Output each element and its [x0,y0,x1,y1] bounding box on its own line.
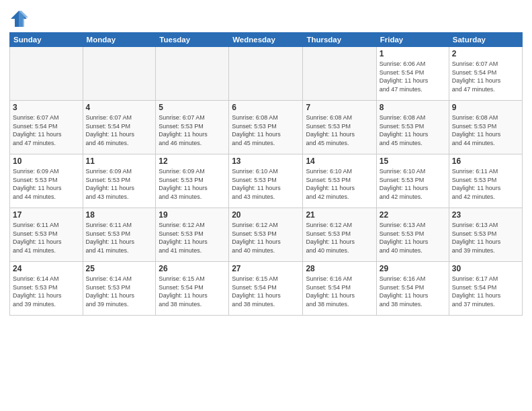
day-number: 16 [452,156,519,166]
calendar-cell: 29Sunrise: 6:16 AM Sunset: 5:54 PM Dayli… [376,262,449,316]
calendar-cell: 25Sunrise: 6:14 AM Sunset: 5:53 PM Dayli… [83,262,156,316]
day-number: 6 [232,103,300,112]
calendar-cell: 27Sunrise: 6:15 AM Sunset: 5:54 PM Dayli… [229,262,303,316]
day-info: Sunrise: 6:15 AM Sunset: 5:54 PM Dayligh… [232,275,300,308]
calendar-cell: 28Sunrise: 6:16 AM Sunset: 5:54 PM Dayli… [303,262,376,316]
day-number: 1 [380,49,446,58]
weekday-header: Tuesday [156,33,229,47]
day-number: 18 [86,210,153,220]
day-info: Sunrise: 6:10 AM Sunset: 5:53 PM Dayligh… [232,167,300,201]
day-info: Sunrise: 6:11 AM Sunset: 5:53 PM Dayligh… [452,167,519,201]
calendar-cell: 20Sunrise: 6:12 AM Sunset: 5:53 PM Dayli… [229,208,303,262]
weekday-header: Sunday [10,33,83,47]
calendar-cell: 7Sunrise: 6:08 AM Sunset: 5:53 PM Daylig… [303,101,376,154]
day-info: Sunrise: 6:14 AM Sunset: 5:53 PM Dayligh… [86,275,153,308]
calendar-cell [156,47,229,101]
day-info: Sunrise: 6:09 AM Sunset: 5:53 PM Dayligh… [159,167,226,201]
page: SundayMondayTuesdayWednesdayThursdayFrid… [0,0,532,411]
day-info: Sunrise: 6:10 AM Sunset: 5:53 PM Dayligh… [306,167,373,201]
day-number: 11 [86,156,153,166]
day-info: Sunrise: 6:09 AM Sunset: 5:53 PM Dayligh… [13,167,80,201]
calendar-cell: 8Sunrise: 6:08 AM Sunset: 5:53 PM Daylig… [376,101,449,154]
day-info: Sunrise: 6:13 AM Sunset: 5:53 PM Dayligh… [380,221,446,255]
day-info: Sunrise: 6:12 AM Sunset: 5:53 PM Dayligh… [159,221,226,255]
calendar-cell: 23Sunrise: 6:13 AM Sunset: 5:53 PM Dayli… [449,208,522,262]
calendar-cell [229,47,303,101]
calendar-cell: 4Sunrise: 6:07 AM Sunset: 5:54 PM Daylig… [83,101,156,154]
day-info: Sunrise: 6:08 AM Sunset: 5:53 PM Dayligh… [380,113,446,147]
calendar-cell: 11Sunrise: 6:09 AM Sunset: 5:53 PM Dayli… [83,154,156,208]
day-number: 21 [306,210,373,220]
calendar-cell: 1Sunrise: 6:06 AM Sunset: 5:54 PM Daylig… [376,47,449,101]
calendar-header-row: SundayMondayTuesdayWednesdayThursdayFrid… [10,33,523,47]
day-number: 13 [232,156,300,166]
day-info: Sunrise: 6:14 AM Sunset: 5:53 PM Dayligh… [13,275,80,308]
calendar-cell: 15Sunrise: 6:10 AM Sunset: 5:53 PM Dayli… [376,154,449,208]
day-number: 3 [13,103,80,112]
logo [9,9,31,28]
calendar-cell: 5Sunrise: 6:07 AM Sunset: 5:53 PM Daylig… [156,101,229,154]
day-number: 28 [306,264,373,273]
calendar-cell: 9Sunrise: 6:08 AM Sunset: 5:53 PM Daylig… [449,101,522,154]
calendar-cell: 6Sunrise: 6:08 AM Sunset: 5:53 PM Daylig… [229,101,303,154]
day-info: Sunrise: 6:08 AM Sunset: 5:53 PM Dayligh… [452,113,519,147]
calendar-cell: 26Sunrise: 6:15 AM Sunset: 5:54 PM Dayli… [156,262,229,316]
weekday-header: Friday [376,33,449,47]
calendar-cell: 30Sunrise: 6:17 AM Sunset: 5:54 PM Dayli… [449,262,522,316]
day-info: Sunrise: 6:07 AM Sunset: 5:54 PM Dayligh… [86,113,153,147]
day-number: 12 [159,156,226,166]
day-info: Sunrise: 6:08 AM Sunset: 5:53 PM Dayligh… [306,113,373,147]
day-number: 22 [380,210,446,220]
day-number: 8 [380,103,446,112]
calendar-cell: 19Sunrise: 6:12 AM Sunset: 5:53 PM Dayli… [156,208,229,262]
day-number: 15 [380,156,446,166]
calendar-cell [83,47,156,101]
calendar-cell: 12Sunrise: 6:09 AM Sunset: 5:53 PM Dayli… [156,154,229,208]
calendar-week-row: 17Sunrise: 6:11 AM Sunset: 5:53 PM Dayli… [10,208,523,262]
day-info: Sunrise: 6:12 AM Sunset: 5:53 PM Dayligh… [232,221,300,255]
day-info: Sunrise: 6:11 AM Sunset: 5:53 PM Dayligh… [13,221,80,255]
calendar-cell: 16Sunrise: 6:11 AM Sunset: 5:53 PM Dayli… [449,154,522,208]
day-info: Sunrise: 6:15 AM Sunset: 5:54 PM Dayligh… [159,275,226,308]
day-info: Sunrise: 6:07 AM Sunset: 5:53 PM Dayligh… [159,113,226,147]
calendar-cell: 13Sunrise: 6:10 AM Sunset: 5:53 PM Dayli… [229,154,303,208]
calendar-cell: 3Sunrise: 6:07 AM Sunset: 5:54 PM Daylig… [10,101,83,154]
calendar-cell: 2Sunrise: 6:07 AM Sunset: 5:54 PM Daylig… [449,47,522,101]
day-number: 25 [86,264,153,273]
day-number: 24 [13,264,80,273]
weekday-header: Thursday [303,33,376,47]
day-number: 4 [86,103,153,112]
day-number: 27 [232,264,300,273]
calendar-cell: 17Sunrise: 6:11 AM Sunset: 5:53 PM Dayli… [10,208,83,262]
day-number: 17 [13,210,80,220]
day-info: Sunrise: 6:09 AM Sunset: 5:53 PM Dayligh… [86,167,153,201]
day-number: 26 [159,264,226,273]
calendar: SundayMondayTuesdayWednesdayThursdayFrid… [9,32,523,316]
calendar-week-row: 10Sunrise: 6:09 AM Sunset: 5:53 PM Dayli… [10,154,523,208]
calendar-cell: 21Sunrise: 6:12 AM Sunset: 5:53 PM Dayli… [303,208,376,262]
day-number: 23 [452,210,519,220]
day-number: 7 [306,103,373,112]
calendar-cell: 14Sunrise: 6:10 AM Sunset: 5:53 PM Dayli… [303,154,376,208]
day-info: Sunrise: 6:10 AM Sunset: 5:53 PM Dayligh… [380,167,446,201]
weekday-header: Monday [83,33,156,47]
calendar-week-row: 1Sunrise: 6:06 AM Sunset: 5:54 PM Daylig… [10,47,523,101]
day-info: Sunrise: 6:08 AM Sunset: 5:53 PM Dayligh… [232,113,300,147]
day-number: 9 [452,103,519,112]
day-info: Sunrise: 6:17 AM Sunset: 5:54 PM Dayligh… [452,275,519,308]
header [9,7,523,28]
day-number: 5 [159,103,226,112]
calendar-cell [303,47,376,101]
day-number: 19 [159,210,226,220]
day-info: Sunrise: 6:12 AM Sunset: 5:53 PM Dayligh… [306,221,373,255]
day-number: 20 [232,210,300,220]
calendar-cell: 24Sunrise: 6:14 AM Sunset: 5:53 PM Dayli… [10,262,83,316]
weekday-header: Wednesday [229,33,303,47]
calendar-cell [10,47,83,101]
day-number: 14 [306,156,373,166]
calendar-cell: 18Sunrise: 6:11 AM Sunset: 5:53 PM Dayli… [83,208,156,262]
day-info: Sunrise: 6:13 AM Sunset: 5:53 PM Dayligh… [452,221,519,255]
day-info: Sunrise: 6:11 AM Sunset: 5:53 PM Dayligh… [86,221,153,255]
calendar-cell: 22Sunrise: 6:13 AM Sunset: 5:53 PM Dayli… [376,208,449,262]
day-info: Sunrise: 6:06 AM Sunset: 5:54 PM Dayligh… [380,60,446,93]
